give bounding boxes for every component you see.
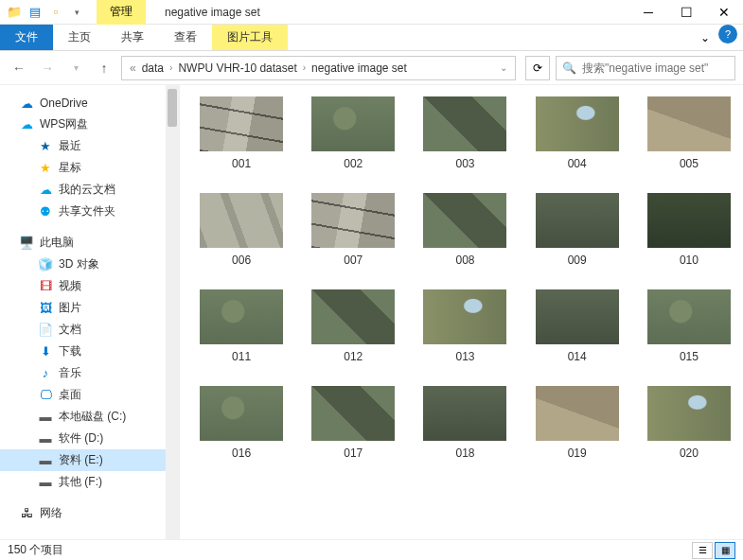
file-item[interactable]: 006 [195,193,288,267]
file-item[interactable]: 003 [418,96,511,170]
drive-icon: 🖵 [38,388,53,403]
sidebar-icon: ★ [38,139,53,154]
file-thumbnail [536,386,619,441]
chevron-right-icon[interactable]: › [169,62,172,73]
sidebar-item[interactable]: 🎞视频 [0,275,179,297]
file-item[interactable]: 007 [307,193,399,267]
sidebar-item[interactable]: ♪音乐 [0,362,179,384]
file-item[interactable]: 018 [418,386,511,460]
sidebar-item[interactable]: ▬本地磁盘 (C:) [0,406,179,428]
details-view-button[interactable]: ☰ [692,542,713,559]
file-thumbnail [647,289,731,344]
sidebar-item[interactable]: 🖵桌面 [0,384,179,406]
back-button[interactable]: ← [8,57,30,79]
breadcrumb[interactable]: NWPU VHR-10 dataset [178,61,296,75]
sidebar-scrollbar[interactable] [166,85,179,539]
file-item[interactable]: 008 [418,193,511,267]
file-item[interactable]: 013 [418,289,511,363]
address-bar[interactable]: « data › NWPU VHR-10 dataset › negative … [121,56,516,80]
file-thumbnail [200,96,283,151]
file-item[interactable]: 016 [195,386,288,460]
properties-icon[interactable]: ▤ [27,4,44,21]
drive-icon: 📄 [38,323,53,338]
drive-icon: ▬ [38,410,53,425]
sidebar-item[interactable]: ☁OneDrive [0,93,179,114]
file-item[interactable]: 004 [531,96,624,170]
qat-dropdown-icon[interactable]: ▾ [68,4,85,21]
file-thumbnail [423,289,506,344]
sidebar-item[interactable]: ★最近 [0,135,179,157]
sidebar-item-label: 资料 (E:) [59,452,103,468]
sidebar-item-label: 此电脑 [40,235,74,251]
ribbon-expand-button[interactable]: ⌄ [692,25,718,50]
file-item[interactable]: 002 [307,96,399,170]
file-item[interactable]: 011 [195,289,288,363]
tab-picture-tools[interactable]: 图片工具 [212,25,288,50]
tab-share[interactable]: 共享 [106,25,159,50]
file-thumbnail [311,289,395,344]
file-name: 017 [344,446,363,460]
ribbon-tabs: 文件 主页 共享 查看 图片工具 ⌄ ? [0,25,743,51]
up-button[interactable]: ↑ [93,57,115,79]
sidebar-item[interactable]: ☁WPS网盘 [0,114,179,135]
forward-button[interactable]: → [36,57,59,79]
file-name: 002 [344,157,363,170]
file-item[interactable]: 001 [195,96,288,170]
file-thumbnail [200,289,283,344]
search-box[interactable]: 🔍 [556,56,735,80]
tab-home[interactable]: 主页 [53,25,106,50]
file-name: 011 [232,350,251,363]
sidebar-item-label: WPS网盘 [40,116,88,132]
tab-file[interactable]: 文件 [0,25,53,50]
sidebar-item[interactable]: ▬其他 (F:) [0,471,179,493]
file-item[interactable]: 005 [643,96,735,170]
file-item[interactable]: 020 [643,386,735,460]
window-controls: ─ ☐ ✕ [629,0,743,25]
file-name: 019 [568,446,587,460]
search-input[interactable] [582,61,729,75]
refresh-button[interactable]: ⟳ [525,56,550,80]
file-item[interactable]: 009 [531,193,624,267]
sidebar-item[interactable]: 🧊3D 对象 [0,254,179,275]
status-bar: 150 个项目 ☰ ▦ [0,539,743,560]
file-thumbnail [423,386,506,441]
help-icon[interactable]: ? [718,25,737,44]
close-button[interactable]: ✕ [705,0,743,25]
minimize-button[interactable]: ─ [629,0,667,25]
breadcrumb[interactable]: data [142,61,164,75]
tab-view[interactable]: 查看 [159,25,212,50]
maximize-button[interactable]: ☐ [667,0,705,25]
history-dropdown[interactable]: ▾ [64,57,87,79]
sidebar-item[interactable]: ▬软件 (D:) [0,428,179,449]
breadcrumb[interactable]: negative image set [311,61,407,75]
sidebar-item[interactable]: 🖼图片 [0,297,179,319]
sidebar-item-label: 共享文件夹 [59,203,115,219]
chevron-right-icon[interactable]: › [303,62,306,73]
file-item[interactable]: 010 [643,193,735,267]
file-item[interactable]: 019 [531,386,624,460]
sidebar-item[interactable]: ⬇下载 [0,341,179,362]
sidebar-item[interactable]: ★星标 [0,157,179,179]
thumbnails-view-button[interactable]: ▦ [715,542,735,559]
file-item[interactable]: 014 [531,289,624,363]
file-thumbnail [647,386,731,441]
new-folder-icon[interactable]: ▫ [47,4,64,21]
sidebar-item-label: 网络 [40,505,62,521]
sidebar-item[interactable]: 📄文档 [0,319,179,341]
file-item[interactable]: 012 [307,289,399,363]
sidebar-item-label: 最近 [59,138,81,154]
sidebar-icon: ☁ [38,183,53,198]
sidebar-item[interactable]: ⚉共享文件夹 [0,201,179,222]
sidebar-item[interactable]: ▬资料 (E:) [0,449,179,471]
status-item-count: 150 个项目 [8,542,692,558]
sidebar-item[interactable]: ☁我的云文档 [0,179,179,201]
sidebar-item-label: 下载 [59,343,81,359]
sidebar-item-network[interactable]: 🖧 网络 [0,502,179,524]
file-item[interactable]: 015 [643,289,735,363]
file-name: 013 [455,350,474,363]
file-item[interactable]: 017 [307,386,399,460]
drive-icon: ▬ [38,475,53,490]
folder-app-icon: 📁 [6,4,23,21]
address-dropdown-icon[interactable]: ⌄ [500,62,507,73]
sidebar-item-this-pc[interactable]: 🖥️ 此电脑 [0,232,179,254]
